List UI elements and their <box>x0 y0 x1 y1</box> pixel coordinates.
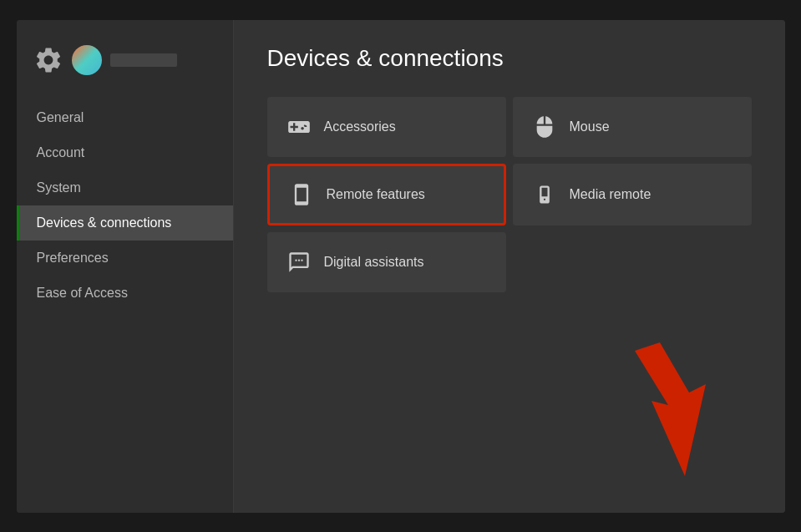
tile-media-remote[interactable]: Media remote <box>513 164 752 225</box>
page-title: Devices & connections <box>267 45 752 72</box>
settings-icon <box>33 45 63 75</box>
sidebar-header <box>17 37 233 100</box>
tile-digital-assistants[interactable]: Digital assistants <box>267 232 506 292</box>
tile-mouse[interactable]: Mouse <box>513 97 752 157</box>
account-name-label <box>110 53 177 67</box>
assistant-icon <box>287 251 311 274</box>
gamepad-icon <box>287 115 311 139</box>
sidebar: GeneralAccountSystemDevices & connection… <box>17 20 234 513</box>
phone-icon <box>290 183 313 206</box>
tile-remote-features-label: Remote features <box>327 187 425 202</box>
tile-accessories[interactable]: Accessories <box>267 97 506 157</box>
tile-mouse-label: Mouse <box>570 119 610 134</box>
svg-point-1 <box>297 259 299 261</box>
nav-menu: GeneralAccountSystemDevices & connection… <box>17 100 233 311</box>
sidebar-item-preferences[interactable]: Preferences <box>17 241 233 276</box>
svg-point-0 <box>295 259 297 261</box>
tiles-grid: Accessories Mouse Remote features <box>267 97 752 292</box>
tile-digital-assistants-label: Digital assistants <box>324 255 424 270</box>
remote-icon <box>533 183 556 206</box>
sidebar-item-ease[interactable]: Ease of Access <box>17 276 233 311</box>
mouse-icon <box>533 115 556 139</box>
sidebar-item-account[interactable]: Account <box>17 135 233 170</box>
sidebar-item-system[interactable]: System <box>17 170 233 205</box>
sidebar-item-general[interactable]: General <box>17 100 233 135</box>
sidebar-item-devices[interactable]: Devices & connections <box>17 205 233 241</box>
svg-point-2 <box>301 259 302 261</box>
main-content: Devices & connections Accessories Mo <box>234 20 785 513</box>
tile-remote-features[interactable]: Remote features <box>267 164 506 225</box>
tile-accessories-label: Accessories <box>324 119 396 134</box>
avatar <box>72 45 102 75</box>
tile-media-remote-label: Media remote <box>570 187 651 202</box>
main-screen: GeneralAccountSystemDevices & connection… <box>17 20 785 513</box>
